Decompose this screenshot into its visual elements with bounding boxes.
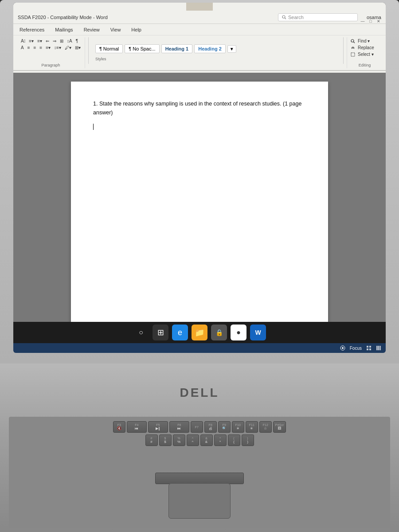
menu-bar: References Mailings Review View Help — [13, 24, 386, 35]
sort-btn[interactable]: ↕A — [66, 38, 74, 44]
svg-rect-12 — [378, 346, 379, 350]
pilcrow-btn[interactable]: ¶ — [74, 38, 79, 44]
font-group: A⃰ ≡▾ ≡▾ ⇐ ⇒ ⊞ ↕A ¶ A ≡ ≡ ≡ ≡▾ — [17, 37, 85, 68]
taskbar: ○ ⊞ e 📁 🔒 ● W — [13, 322, 386, 343]
app-title: SSDA F2020 - Compatibility Mode - Word — [18, 15, 278, 20]
key-lparen[interactable]: ( ( — [228, 434, 240, 446]
style-heading1-btn[interactable]: Heading 1 — [161, 44, 193, 53]
number-key-row: # # $ $ % % ^ ^ & & * * — [13, 434, 386, 446]
align-right-btn[interactable]: ≡ — [38, 45, 43, 51]
menu-mailings[interactable]: Mailings — [53, 26, 74, 33]
replace-row: Replace — [351, 45, 379, 51]
columns-icon — [376, 345, 381, 351]
line-spacing-btn[interactable]: ↕≡▾ — [53, 45, 63, 51]
ribbon-sep-2 — [343, 37, 344, 64]
select-row: Select ▾ — [351, 51, 379, 57]
style-heading2-btn[interactable]: Heading 2 — [194, 44, 226, 53]
key-f11[interactable]: F11 ✳ — [246, 421, 258, 433]
font-row-1: A⃰ ≡▾ ≡▾ ⇐ ⇒ ⊞ ↕A ¶ — [20, 38, 82, 44]
border-btn[interactable]: ⊞▾ — [74, 45, 82, 51]
grid-icon — [366, 345, 372, 351]
list2-btn[interactable]: ≡▾ — [36, 38, 43, 44]
laptop-keyboard-area: DELL F3 🔇 F4 ⏮ F5 ▶‖ F6 ⏭ F7 — [0, 364, 399, 532]
styles-label: Styles — [95, 56, 106, 61]
key-percent[interactable]: % % — [173, 434, 185, 446]
key-f4[interactable]: F4 ⏮ — [127, 421, 147, 433]
title-bar: SSDA F2020 - Compatibility Mode - Word S… — [13, 11, 386, 24]
select-icon — [351, 52, 355, 57]
search-box[interactable]: Search — [278, 13, 358, 21]
key-caret[interactable]: ^ ^ — [187, 434, 199, 446]
menu-review[interactable]: Review — [82, 26, 102, 33]
key-f12[interactable]: F12 ☆ — [259, 421, 272, 433]
svg-rect-8 — [369, 346, 371, 348]
key-f3[interactable]: F3 🔇 — [113, 421, 125, 433]
font-style-btn[interactable]: A⃰ — [20, 38, 27, 44]
key-asterisk[interactable]: * * — [214, 434, 227, 446]
taskbar-chrome[interactable]: ● — [231, 325, 246, 340]
align-left-btn[interactable]: ≡ — [26, 45, 31, 51]
taskbar-edge[interactable]: e — [172, 325, 188, 340]
key-prtscr[interactable]: PrtScr 🖼 — [273, 421, 286, 433]
tape-decoration — [186, 3, 213, 11]
shading-btn[interactable]: 🖊▾ — [63, 45, 73, 51]
key-f6[interactable]: F6 ⏭ — [169, 421, 189, 433]
key-f5[interactable]: F5 ▶‖ — [148, 421, 168, 433]
document-area[interactable]: 1. State the reasons why sampling is use… — [13, 73, 386, 353]
spacebar-row — [13, 473, 386, 484]
svg-rect-9 — [367, 348, 368, 350]
maximize-button[interactable]: □ — [368, 19, 373, 24]
touchpad[interactable] — [168, 483, 231, 519]
key-amp[interactable]: & & — [200, 434, 213, 446]
font-row-2: A ≡ ≡ ≡ ≡▾ ↕≡▾ 🖊▾ ⊞▾ — [20, 45, 82, 51]
style-nospace-btn[interactable]: ¶ No Spac... — [125, 44, 159, 53]
focus-icon — [340, 345, 345, 351]
find-row: Find ▾ — [351, 38, 379, 44]
key-f7[interactable]: F7 — [191, 421, 203, 433]
svg-rect-10 — [369, 348, 371, 350]
key-hash[interactable]: # # — [145, 434, 158, 446]
justify-btn[interactable]: ≡▾ — [44, 45, 52, 51]
underline-A-btn[interactable]: A — [20, 45, 25, 51]
close-button[interactable]: ✕ — [376, 19, 381, 24]
text-cursor — [93, 124, 94, 130]
taskbar-start[interactable]: ⊞ — [153, 325, 168, 340]
align-center-btn[interactable]: ≡ — [32, 45, 38, 51]
taskbar-lock[interactable]: 🔒 — [211, 325, 227, 340]
svg-point-2 — [351, 39, 354, 42]
taskbar-files[interactable]: 📁 — [192, 325, 207, 340]
editing-group: Find ▾ Replace — [347, 37, 382, 68]
svg-rect-11 — [376, 346, 378, 350]
key-f10[interactable]: F10 ☀ — [232, 421, 244, 433]
list-btn[interactable]: ≡▾ — [27, 38, 35, 44]
style-dropdown-btn[interactable]: ▼ — [227, 45, 236, 53]
paragraph-label: Paragraph — [20, 62, 82, 67]
indent2-btn[interactable]: ⇒ — [51, 38, 58, 44]
styles-group: ¶ Normal ¶ No Spac... Heading 1 Heading … — [92, 37, 340, 68]
menu-references[interactable]: References — [18, 26, 46, 33]
screen-content: SSDA F2020 - Compatibility Mode - Word S… — [13, 3, 386, 353]
svg-line-3 — [354, 42, 355, 43]
document-page[interactable]: 1. State the reasons why sampling is use… — [71, 82, 328, 344]
svg-line-1 — [285, 18, 286, 19]
search-placeholder: Search — [288, 15, 304, 20]
focus-label: Focus — [350, 346, 362, 351]
find-btn[interactable]: Find ▾ — [357, 38, 371, 44]
replace-btn[interactable]: Replace — [357, 45, 375, 51]
key-f9[interactable]: F9 🔍 — [218, 421, 231, 433]
select-btn[interactable]: Select ▾ — [357, 51, 375, 57]
menu-view[interactable]: View — [109, 26, 123, 33]
taskbar-search[interactable]: ○ — [133, 325, 149, 340]
key-f8[interactable]: F8 🖨 — [204, 421, 217, 433]
show-marks-btn[interactable]: ⊞ — [59, 38, 65, 44]
minimize-button[interactable]: — — [360, 19, 365, 24]
taskbar-word[interactable]: W — [250, 325, 266, 340]
style-normal-btn[interactable]: ¶ Normal — [95, 44, 123, 53]
menu-help[interactable]: Help — [129, 26, 143, 33]
svg-point-0 — [282, 16, 285, 18]
key-space[interactable] — [155, 473, 244, 484]
key-rparen[interactable]: ) ) — [242, 434, 254, 446]
status-bar: Focus — [13, 343, 386, 353]
key-dollar[interactable]: $ $ — [159, 434, 172, 446]
indent-btn[interactable]: ⇐ — [44, 38, 51, 44]
